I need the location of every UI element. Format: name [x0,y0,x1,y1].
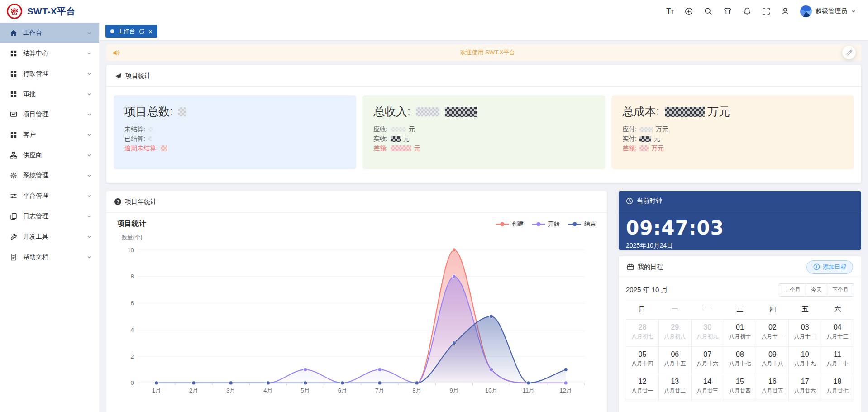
stat-row: 差额:万元 [622,144,843,153]
sidebar-item-logs[interactable]: 日志管理 [0,206,99,226]
sidebar-item-devtools[interactable]: 开发工具 [0,226,99,247]
clock-time: 09:47:03 [619,211,861,242]
font-size-icon[interactable]: TT [666,7,674,15]
legend-item[interactable]: 结束 [568,220,596,228]
svg-text:密: 密 [11,7,19,15]
notice-edit-button[interactable] [842,46,856,59]
chevron-down-icon [86,254,92,260]
calendar-day[interactable]: 05八月十四 [626,347,659,374]
add-schedule-button[interactable]: 添加日程 [806,260,853,274]
guide-icon[interactable] [684,7,693,16]
app-title: SWT-X平台 [27,5,76,18]
chevron-down-icon [86,51,92,56]
calendar-day[interactable]: 29八月初八 [659,320,692,347]
grid-icon [10,131,17,139]
brand: 密 SWT-X平台 [0,3,100,19]
calendar-day[interactable]: 16八月廿五 [756,374,789,401]
next-month-button[interactable]: 下个月 [827,283,854,297]
sidebar-item-settlement[interactable]: 结算中心 [0,43,99,63]
wrench-icon [10,233,17,240]
tab-active-dot [110,29,114,33]
calendar-day[interactable]: 04八月十三 [821,320,854,347]
calendar: 2025 年 10 月 上个月 今天 下个月 日一二三四五六 28八月初七29八… [619,278,861,401]
calendar-day[interactable]: 12八月廿一 [626,374,659,401]
svg-text:10月: 10月 [485,387,497,394]
calendar-day[interactable]: 03八月十二 [789,320,821,347]
app-root: 密 SWT-X平台 TT [0,0,868,412]
chart-plot: 0246810数量(个)1月2月3月4月5月6月7月8月9月10月11月12月 [117,229,596,399]
calendar-day[interactable]: 09八月十八 [756,347,789,374]
calendar-day[interactable]: 14八月廿三 [692,374,724,401]
sidebar-item-label: 日志管理 [23,212,81,220]
grid-icon [10,50,17,57]
clock-card: 当前时钟 09:47:03 2025年10月24日 [619,191,861,250]
calendar-day[interactable]: 17八月廿六 [789,374,821,401]
sidebar-item-system[interactable]: 系统管理 [0,165,99,186]
search-icon[interactable] [704,7,713,16]
calendar-toolbar: 2025 年 10 月 上个月 今天 下个月 [626,281,854,299]
calendar-day[interactable]: 06八月十五 [659,347,692,374]
svg-text:8: 8 [131,273,134,280]
sidebar-item-label: 平台管理 [23,192,81,200]
bell-icon[interactable] [743,7,752,16]
project-year-title: 项目年统计 [125,198,157,206]
calendar-day[interactable]: 07八月十六 [692,347,724,374]
svg-text:12月: 12月 [559,387,572,394]
sidebar-item-project[interactable]: 项目管理 [0,104,99,125]
weekday-label: 日 [626,305,658,314]
tab-workbench[interactable]: 工作台 × [105,25,157,38]
calendar-nav: 上个月 今天 下个月 [779,283,854,297]
sidebar-item-supplier[interactable]: 供应商 [0,145,99,165]
chevron-down-icon [86,173,92,178]
stat-card-total-income: 总收入: 应收:元 实收:元 差额:元 [362,95,605,169]
sidebar-item-approval[interactable]: 审批 [0,84,99,104]
weekday-label: 四 [756,305,789,314]
calendar-day[interactable]: 28八月初七 [626,320,659,347]
calendar-day[interactable]: 30八月初九 [692,320,724,347]
tab-refresh-icon[interactable] [139,29,145,34]
sidebar-item-customer[interactable]: 客户 [0,125,99,145]
header-actions: TT 超级管理员 [666,5,868,17]
user-menu[interactable]: 超级管理员 [800,5,856,17]
calendar-day[interactable]: 13八月廿二 [659,374,692,401]
sidebar-item-label: 结算中心 [23,49,81,57]
clock-title: 当前时钟 [637,197,662,205]
svg-text:6月: 6月 [338,387,347,394]
tab-close-icon[interactable]: × [148,28,153,35]
fullscreen-icon[interactable] [762,7,770,15]
weekday-label: 六 [821,305,854,314]
today-button[interactable]: 今天 [806,283,827,297]
project-year-header: ? 项目年统计 [106,191,607,213]
calendar-day[interactable]: 11八月二十 [821,347,854,374]
svg-text:数量(个): 数量(个) [122,234,142,240]
calendar-day[interactable]: 15八月廿四 [724,374,757,401]
theme-icon[interactable] [723,7,732,16]
chevron-down-icon [86,234,92,240]
chevron-down-icon [86,91,92,97]
sidebar-item-label: 客户 [23,131,81,139]
sidebar-item-platform[interactable]: 平台管理 [0,186,99,206]
sidebar-item-workbench[interactable]: 工作台 [0,23,99,43]
sidebar-item-label: 系统管理 [23,172,81,180]
sidebar-item-label: 供应商 [23,151,81,159]
calendar-day[interactable]: 18八月廿七 [821,374,854,401]
stat-title: 总成本: 万元 [622,104,843,119]
svg-text:4: 4 [131,326,134,333]
legend-item[interactable]: 开始 [532,220,560,228]
user-icon[interactable] [781,7,790,16]
calendar-day[interactable]: 10八月十九 [789,347,821,374]
legend-item[interactable]: 创建 [496,220,524,228]
chevron-down-icon [86,193,92,199]
calendar-day[interactable]: 01八月初十 [724,320,757,347]
calendar-day[interactable]: 02八月十一 [756,320,789,347]
notice-text: 欢迎使用 SWT.X平台 [120,48,855,57]
top-header: 密 SWT-X平台 TT [0,0,868,23]
sidebar-item-help[interactable]: 帮助文档 [0,247,99,267]
sidebar-item-admin[interactable]: 行政管理 [0,63,99,84]
chevron-down-icon [86,30,92,36]
speaker-icon [113,49,120,57]
stat-row: 未结算: [124,125,345,134]
clock-icon [626,197,633,205]
prev-month-button[interactable]: 上个月 [779,283,806,297]
calendar-day[interactable]: 08八月十七 [724,347,757,374]
